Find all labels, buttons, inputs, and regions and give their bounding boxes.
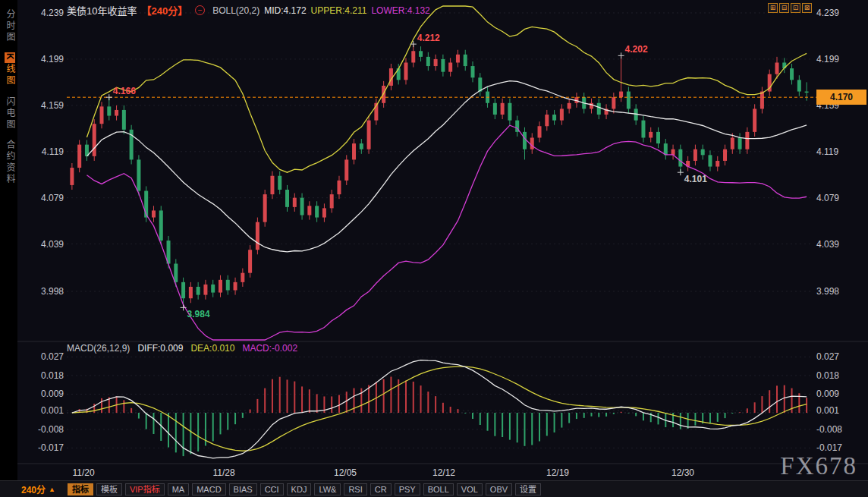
sidebar-item-contract-info[interactable]: 合约资料 [4, 140, 17, 185]
macd-axis-label-left: 0.009 [20, 388, 64, 399]
chart-toolbar: ⊞ ⊟ ⊡ ⊠ [768, 3, 812, 13]
macd-axis-label-left: 0.001 [20, 405, 64, 416]
macd-axis-label-right: 0.018 [816, 370, 839, 381]
macd-axis-label-right: -0.008 [816, 424, 842, 435]
collapse-circle-icon[interactable]: − [195, 5, 205, 15]
period-up-icon[interactable]: ▲ [49, 486, 55, 493]
tab-rsi[interactable]: RSI [344, 483, 366, 495]
price-axis-label-left: 4.159 [20, 100, 64, 111]
macd-axis-label-right: 0.001 [816, 405, 839, 416]
candlestick-chart-canvas[interactable]: 4.1663.9844.2124.2024.101 [0, 0, 868, 497]
tab-vol[interactable]: VOL [457, 483, 483, 495]
sidebar-item-kline-chart[interactable]: K线图 [4, 52, 17, 87]
price-axis-label-left: 4.239 [20, 8, 64, 18]
tab-indicator[interactable]: 指标 [68, 483, 93, 495]
date-axis-label: 11/28 [207, 467, 241, 478]
tab-vip-indicator[interactable]: VIP指标 [125, 483, 165, 495]
tab-obv[interactable]: OBV [486, 483, 512, 495]
price-axis-label-left: 3.998 [20, 286, 64, 297]
macd-axis-label-left: 0.018 [20, 370, 64, 381]
tab-template[interactable]: 模板 [96, 483, 122, 495]
macd-axis-label-right: 0.009 [816, 388, 839, 399]
svg-text:4.212: 4.212 [417, 33, 440, 43]
capture-icon[interactable]: ⊡ [791, 3, 800, 13]
tab-lw[interactable]: LW& [314, 483, 341, 495]
macd-dea-value: DEA:0.010 [190, 343, 234, 354]
macd-indicator-label: MACD(26,12,9) [67, 343, 130, 354]
price-axis-label-left: 4.079 [20, 193, 64, 203]
boll-upper-value: UPPER:4.211 [311, 5, 367, 16]
price-axis-label-left: 4.039 [20, 239, 64, 250]
svg-text:4.101: 4.101 [684, 174, 707, 184]
tab-settings[interactable]: 设置 [515, 483, 541, 495]
tab-psy[interactable]: PSY [395, 483, 420, 495]
boll-lower-value: LOWER:4.132 [371, 5, 429, 16]
indicator-toolbar: 240分 ▲ 指标 模板 VIP指标 MA MACD BIAS CCI KDJ … [0, 480, 868, 497]
macd-axis-label-right: -0.017 [816, 442, 842, 453]
boll-mid-value: MID:4.172 [264, 5, 306, 16]
macd-diff-value: DIFF:0.009 [137, 343, 183, 354]
price-axis-label-right: 4.119 [816, 146, 838, 157]
price-axis-label-left: 4.199 [20, 54, 64, 64]
macd-axis-label-right: 0.027 [816, 351, 839, 362]
tab-boll[interactable]: BOLL [423, 483, 454, 495]
date-axis-label: 12/12 [427, 467, 461, 478]
date-axis-label: 11/20 [67, 467, 100, 478]
price-axis-label-right: 4.079 [816, 193, 839, 203]
sidebar-item-lightning-chart[interactable]: 闪电图 [4, 96, 17, 131]
svg-text:4.166: 4.166 [113, 86, 136, 96]
tab-cr[interactable]: CR [370, 483, 392, 495]
date-axis-label: 12/30 [666, 467, 700, 478]
chart-title: 美债10年收益率 [67, 3, 137, 17]
price-axis-label-right: 4.039 [816, 239, 839, 250]
boll-indicator-label: BOLL(20,2) [212, 5, 259, 16]
price-axis-label-left: 4.119 [20, 146, 64, 157]
date-axis-label: 12/05 [329, 467, 362, 478]
zoom-out-icon[interactable]: ⊟ [779, 3, 789, 13]
price-axis-label-right: 3.998 [816, 286, 839, 297]
macd-axis-label-left: 0.027 [20, 351, 64, 362]
kline-badge: K [5, 52, 15, 63]
layout-icon[interactable]: ⊠ [802, 3, 812, 13]
fx678-watermark: FX678 [780, 452, 857, 480]
svg-text:4.202: 4.202 [625, 44, 648, 55]
current-price-tag: 4.170 [816, 90, 866, 105]
tab-macd[interactable]: MACD [192, 483, 225, 495]
zoom-in-icon[interactable]: ⊞ [768, 3, 778, 13]
macd-macd-value: MACD:-0.002 [242, 343, 297, 354]
tab-ma[interactable]: MA [168, 483, 190, 495]
price-axis-label-right: 4.199 [816, 54, 839, 64]
footer-period-label[interactable]: 240分 [21, 483, 46, 495]
macd-header: MACD(26,12,9) DIFF:0.009 DEA:0.010 MACD:… [67, 343, 297, 354]
price-axis-label-right: 4.239 [816, 8, 839, 18]
tab-cci[interactable]: CCI [260, 483, 284, 495]
chart-period-tag: 【240分】 [141, 3, 187, 17]
chart-header: 美债10年收益率 【240分】 − BOLL(20,2) MID:4.172 U… [67, 3, 430, 17]
date-axis-label: 12/19 [541, 467, 574, 478]
sidebar-item-label: 合约资料 [5, 140, 15, 185]
sidebar-item-label: 分时图 [5, 9, 15, 43]
sidebar-item-label: 闪电图 [5, 96, 15, 131]
svg-text:3.984: 3.984 [187, 309, 210, 319]
sidebar-item-label: 线图 [5, 64, 15, 87]
tab-bias[interactable]: BIAS [229, 483, 257, 495]
tab-kdj[interactable]: KDJ [287, 483, 312, 495]
chart-type-sidebar: 分时图 K线图 闪电图 合约资料 [0, 0, 17, 497]
macd-axis-label-left: -0.008 [20, 424, 64, 435]
macd-axis-label-left: -0.017 [20, 442, 64, 453]
sidebar-item-time-chart[interactable]: 分时图 [4, 9, 17, 43]
